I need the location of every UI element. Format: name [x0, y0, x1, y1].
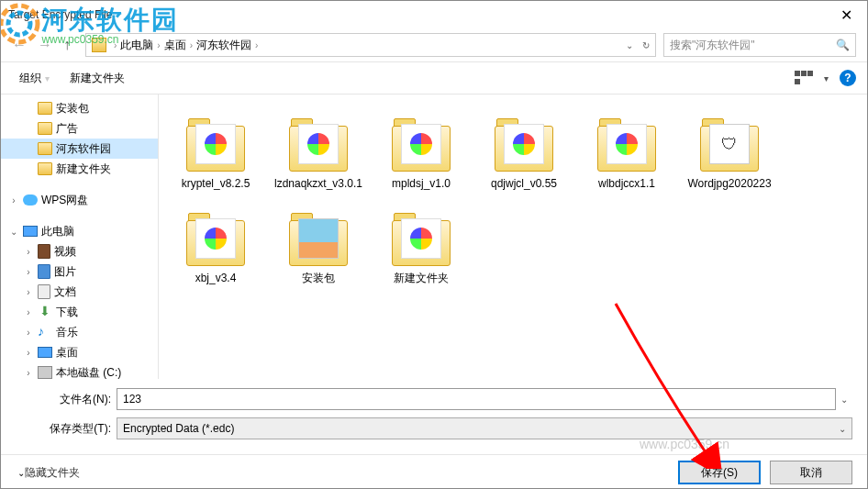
file-item[interactable]: lzdnaqkzxt_v3.0.1: [269, 109, 368, 196]
sidebar-item-label: 图片: [54, 264, 76, 280]
sidebar-item-label: 本地磁盘 (C:): [56, 365, 121, 380]
hide-folders-link[interactable]: 隐藏文件夹: [25, 465, 80, 481]
chevron-down-icon[interactable]: ▾: [824, 73, 829, 83]
search-input[interactable]: 搜索"河东软件园" 🔍: [663, 33, 856, 57]
nav-forward-icon[interactable]: →: [38, 37, 52, 53]
breadcrumb-seg-pc[interactable]: 此电脑: [120, 38, 153, 53]
sidebar-item[interactable]: 新建文件夹: [1, 159, 158, 179]
close-button[interactable]: ✕: [826, 1, 867, 28]
disk-icon: [38, 366, 52, 379]
sidebar-item[interactable]: ›WPS网盘: [1, 190, 158, 210]
chevron-down-icon[interactable]: ⌄: [626, 40, 633, 50]
tree-caret-icon: ›: [8, 195, 19, 206]
organize-button[interactable]: 组织 ▾: [12, 67, 57, 90]
file-item[interactable]: mpldsj_v1.0: [372, 109, 471, 196]
sidebar-item[interactable]: ⌄此电脑: [1, 221, 158, 241]
pc-icon: [23, 226, 38, 237]
file-label: Wordjpg2020223: [687, 177, 771, 191]
folder-preview-icon: [195, 218, 236, 259]
breadcrumb-seg-current[interactable]: 河东软件园: [196, 38, 251, 53]
breadcrumb-seg-desktop[interactable]: 桌面: [164, 38, 186, 53]
tree-caret-icon: ›: [23, 368, 34, 378]
sidebar-item-label: 文档: [54, 284, 76, 300]
cancel-label: 取消: [800, 465, 822, 481]
chevron-down-icon: ⌄: [839, 424, 846, 434]
chevron-down-icon[interactable]: ⌄: [17, 468, 25, 478]
sidebar-item[interactable]: ›桌面: [1, 342, 158, 362]
file-label: xbj_v3.4: [195, 272, 237, 285]
sidebar-item-label: 安装包: [56, 101, 89, 117]
sidebar: 安装包广告河东软件园新建文件夹›WPS网盘⌄此电脑›视频›图片›文档›⬇下载›♪…: [1, 94, 159, 379]
cancel-button[interactable]: 取消: [770, 461, 852, 484]
refresh-icon[interactable]: ↻: [642, 40, 650, 50]
file-item[interactable]: qdjwjcl_v0.55: [474, 109, 573, 196]
chevron-right-icon: ›: [157, 40, 160, 50]
sidebar-item-label: 此电脑: [41, 224, 74, 239]
tree-caret-icon: ›: [23, 247, 34, 257]
sidebar-item[interactable]: 广告: [1, 118, 158, 139]
file-item[interactable]: wlbdjccx1.1: [577, 109, 676, 196]
sidebar-item-label: 桌面: [56, 345, 78, 361]
file-item[interactable]: kryptel_v8.2.5: [166, 109, 265, 196]
sidebar-item[interactable]: ›文档: [1, 282, 158, 302]
new-folder-button[interactable]: 新建文件夹: [62, 67, 132, 90]
file-item[interactable]: 新建文件夹: [372, 204, 471, 291]
content-area: 安装包广告河东软件园新建文件夹›WPS网盘⌄此电脑›视频›图片›文档›⬇下载›♪…: [1, 94, 867, 379]
chevron-down-icon[interactable]: ⌄: [836, 395, 852, 405]
sidebar-item[interactable]: ›视频: [1, 241, 158, 261]
sidebar-item[interactable]: 安装包: [1, 98, 158, 118]
sidebar-item[interactable]: ›图片: [1, 261, 158, 282]
desktop-icon: [38, 347, 52, 358]
sidebar-item[interactable]: 河东软件园: [1, 139, 158, 159]
sidebar-item-label: 广告: [56, 121, 78, 137]
bottom-fields: 文件名(N): ⌄ 保存类型(T): Encrypted Data (*.edc…: [1, 379, 867, 454]
tree-caret-icon: ›: [23, 328, 34, 338]
file-item[interactable]: 🛡Wordjpg2020223: [680, 109, 779, 196]
search-icon[interactable]: 🔍: [836, 39, 850, 51]
document-preview-icon: 🛡: [709, 124, 750, 164]
titlebar: Target Encrypted File ✕: [1, 1, 867, 28]
organize-label: 组织: [19, 71, 41, 86]
sidebar-item-label: 音乐: [56, 325, 78, 340]
folder-icon: [38, 142, 52, 155]
save-label: 保存(S): [701, 465, 738, 481]
tree-caret-icon: ›: [23, 287, 34, 297]
sidebar-item-label: WPS网盘: [41, 193, 88, 208]
breadcrumb[interactable]: › 此电脑 › 桌面 › 河东软件园 › ⌄ ↻: [85, 33, 656, 57]
folder-preview-icon: [195, 124, 236, 164]
filename-input[interactable]: [117, 388, 836, 410]
file-label: 安装包: [302, 272, 335, 285]
filetype-select[interactable]: Encrypted Data (*.edc) ⌄: [117, 417, 852, 439]
save-button[interactable]: 保存(S): [678, 461, 761, 484]
nav-up-icon[interactable]: ↑: [63, 37, 71, 53]
view-mode-button[interactable]: [795, 71, 813, 85]
sidebar-item-label: 河东软件园: [56, 141, 111, 157]
document-icon: [38, 284, 50, 299]
file-label: 新建文件夹: [394, 272, 449, 285]
sidebar-item[interactable]: ›⬇下载: [1, 302, 158, 322]
music-icon: ♪: [38, 326, 52, 339]
sidebar-item-label: 视频: [54, 244, 76, 260]
sidebar-item[interactable]: ›♪音乐: [1, 322, 158, 342]
cloud-icon: [23, 194, 38, 206]
folder-icon: [38, 162, 52, 175]
folder-preview-icon: [606, 124, 647, 164]
nav-back-icon[interactable]: ←: [12, 37, 27, 53]
tree-caret-icon: ›: [23, 267, 34, 277]
file-label: kryptel_v8.2.5: [182, 177, 250, 191]
sidebar-item-label: 下载: [56, 305, 78, 320]
file-label: wlbdjccx1.1: [598, 177, 655, 191]
file-item[interactable]: 安装包: [269, 204, 368, 291]
tree-caret-icon: ›: [23, 307, 34, 317]
sidebar-item[interactable]: ›本地磁盘 (C:): [1, 362, 158, 379]
chevron-down-icon: ▾: [45, 73, 50, 83]
file-view[interactable]: kryptel_v8.2.5lzdnaqkzxt_v3.0.1mpldsj_v1…: [159, 94, 867, 379]
download-icon: ⬇: [38, 306, 52, 318]
filename-label: 文件名(N):: [16, 392, 117, 407]
window-title: Target Encrypted File: [8, 8, 112, 21]
sidebar-item-label: 新建文件夹: [56, 161, 111, 177]
help-icon[interactable]: ?: [840, 70, 856, 86]
address-bar: ← → ↑ › 此电脑 › 桌面 › 河东软件园 › ⌄ ↻ 搜索"河东软件园"…: [1, 28, 867, 61]
picture-preview-icon: [298, 218, 339, 259]
file-item[interactable]: xbj_v3.4: [166, 204, 265, 291]
